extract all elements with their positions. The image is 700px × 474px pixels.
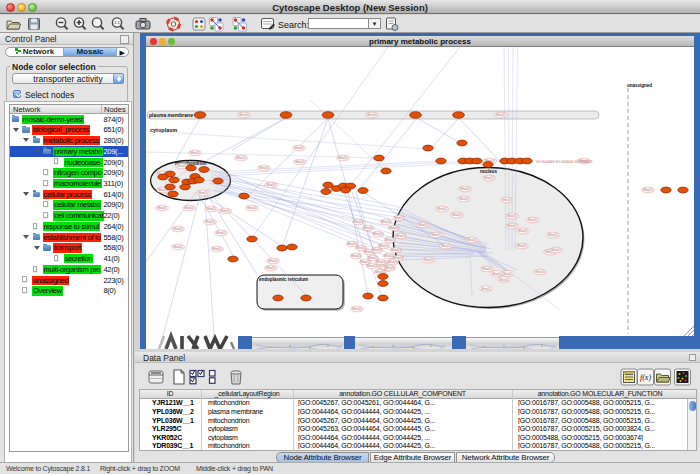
- svg-text:endoplasmic reticulum: endoplasmic reticulum: [259, 277, 308, 282]
- svg-text:Mito(0): Mito(0): [205, 220, 214, 224]
- svg-text:Mito(0): Mito(0): [363, 226, 372, 230]
- svg-text:Mito(0): Mito(0): [177, 164, 186, 168]
- svg-text:Mito(0): Mito(0): [353, 220, 362, 224]
- svg-text:f(x): f(x): [640, 373, 651, 382]
- svg-text:Mito(0): Mito(0): [266, 266, 275, 270]
- svg-text:Mito(0): Mito(0): [236, 156, 245, 160]
- svg-text:Mito(0): Mito(0): [394, 216, 403, 220]
- svg-text:nucleus: nucleus: [480, 169, 498, 174]
- svg-text:unassigned: unassigned: [627, 83, 652, 88]
- svg-text:Mito(0): Mito(0): [259, 166, 268, 170]
- svg-text:Mito(0): Mito(0): [351, 254, 360, 258]
- svg-text:Mito(0): Mito(0): [190, 151, 199, 155]
- svg-text:Mito(0): Mito(0): [535, 270, 544, 274]
- svg-text:plasma membrane: plasma membrane: [149, 112, 193, 118]
- svg-text:Mito(0): Mito(0): [437, 207, 446, 211]
- svg-text:Mito(0): Mito(0): [424, 258, 433, 262]
- svg-text:Mito(0): Mito(0): [548, 233, 557, 237]
- svg-text:Mito(0): Mito(0): [551, 248, 560, 252]
- svg-text:Mito(0): Mito(0): [384, 254, 393, 258]
- svg-text:Mito(0): Mito(0): [499, 278, 508, 282]
- svg-text:Mito(0): Mito(0): [460, 187, 469, 191]
- svg-text:Mito(0): Mito(0): [220, 209, 229, 213]
- svg-text:Mito(0): Mito(0): [247, 206, 256, 210]
- svg-text:Mito(0): Mito(0): [502, 198, 511, 202]
- svg-text:Mito(0): Mito(0): [376, 260, 385, 264]
- svg-text:Mito(0): Mito(0): [507, 224, 516, 228]
- svg-text:Mito(0): Mito(0): [459, 197, 468, 201]
- svg-text:1:1: 1:1: [114, 20, 120, 25]
- svg-text:Mito(0): Mito(0): [372, 248, 381, 252]
- svg-text:Mito(0): Mito(0): [393, 256, 402, 260]
- svg-text:Mito(0): Mito(0): [367, 264, 376, 268]
- svg-text:Mito(0): Mito(0): [266, 183, 275, 187]
- svg-text:Mito(0): Mito(0): [212, 247, 221, 251]
- svg-text:Mito(0): Mito(0): [385, 266, 394, 270]
- svg-text:Mito(0): Mito(0): [268, 259, 277, 263]
- svg-text:Mito(0): Mito(0): [295, 160, 304, 164]
- svg-text:Mito(0): Mito(0): [338, 156, 347, 160]
- svg-text:Mito(0): Mito(0): [503, 272, 512, 276]
- svg-text:Mito(0): Mito(0): [467, 238, 476, 242]
- svg-text:Mito(0): Mito(0): [482, 267, 491, 271]
- svg-text:Mito(0): Mito(0): [352, 307, 361, 311]
- svg-text:Mito(0): Mito(0): [198, 191, 207, 195]
- svg-text:Mito(0): Mito(0): [385, 238, 394, 242]
- svg-text:Mito(0): Mito(0): [294, 146, 303, 150]
- svg-text:GO:0044464 GO:0044444 GO:00444: GO:0044464 GO:0044444 GO:0044425: [536, 160, 593, 164]
- svg-text:Mito(0): Mito(0): [517, 244, 526, 248]
- svg-text:Mito(0): Mito(0): [173, 245, 182, 249]
- svg-text:Mito(0): Mito(0): [389, 226, 398, 230]
- svg-text:Mito(0): Mito(0): [379, 244, 388, 248]
- svg-text:Mito(0): Mito(0): [481, 287, 490, 291]
- svg-text:Mito(0): Mito(0): [492, 272, 501, 276]
- svg-text:Mito(0): Mito(0): [239, 113, 248, 117]
- svg-text:Mito(0): Mito(0): [507, 214, 516, 218]
- svg-text:Mito(0): Mito(0): [381, 220, 390, 224]
- svg-text:Mito(0): Mito(0): [184, 206, 193, 210]
- svg-text:Mito(0): Mito(0): [431, 233, 440, 237]
- svg-text:Mito(0): Mito(0): [157, 206, 166, 210]
- svg-text:Mito(0): Mito(0): [418, 223, 427, 227]
- svg-text:Mito(0): Mito(0): [347, 242, 356, 246]
- svg-text:Mito(0): Mito(0): [396, 234, 405, 238]
- svg-text:Mito(0): Mito(0): [373, 232, 382, 236]
- svg-text:Mito(0): Mito(0): [528, 218, 537, 222]
- svg-text:Mito(0): Mito(0): [367, 113, 376, 117]
- svg-text:Mito(0): Mito(0): [484, 176, 493, 180]
- svg-text:Mito(0): Mito(0): [452, 213, 461, 217]
- svg-text:Mito(0): Mito(0): [496, 113, 505, 117]
- svg-text:Mito(0): Mito(0): [518, 229, 527, 233]
- svg-text:Mito(0): Mito(0): [643, 188, 652, 192]
- svg-text:Mito(0): Mito(0): [173, 227, 182, 231]
- svg-text:Mito(0): Mito(0): [206, 207, 215, 211]
- svg-text:Mito(0): Mito(0): [441, 244, 450, 248]
- svg-text:Mito(0): Mito(0): [391, 248, 400, 252]
- svg-text:Mito(0): Mito(0): [216, 231, 225, 235]
